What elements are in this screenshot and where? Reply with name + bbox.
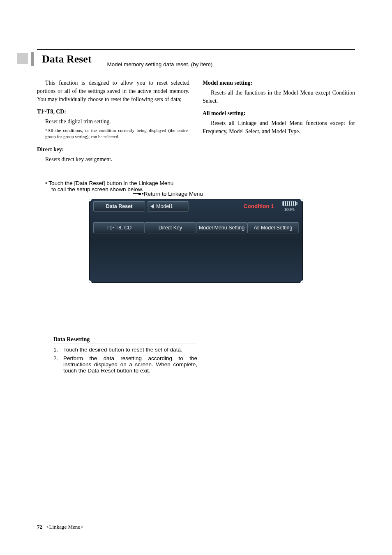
tab-direct-key[interactable]: Direct Key: [145, 222, 196, 234]
screen-mockup: Data Reset Model1 Condition 1 100% T1~T8…: [89, 199, 303, 283]
tab-t1t8-cd[interactable]: T1~T8, CD: [93, 222, 145, 234]
model-nav-button[interactable]: Model1: [148, 201, 189, 212]
title-row: Data Reset Model memory setting data res…: [37, 49, 355, 67]
callout-dot-icon: [138, 193, 141, 195]
page-root: Data Reset Model memory setting data res…: [0, 0, 392, 555]
data-resetting-list: 1. Touch the desired button to reset the…: [53, 347, 197, 374]
callout-text: •Return to Linkage Menu: [142, 191, 273, 197]
corner-notch: [300, 280, 303, 283]
list-item: 1. Touch the desired button to reset the…: [53, 347, 197, 353]
heading-model-menu-setting: Model menu setting:: [203, 79, 355, 87]
step-text: Touch the desired button to reset the se…: [63, 347, 197, 353]
left-column: This function is designed to allow you t…: [37, 79, 189, 165]
intro-paragraph: This function is designed to allow you t…: [37, 79, 189, 104]
right-column: Model menu setting: Resets all the funct…: [203, 79, 355, 165]
step-number: 1.: [53, 347, 61, 353]
heading-all-model-setting: All model setting:: [203, 109, 355, 118]
all-model-setting-text: Resets all Linkage and Model Menu functi…: [203, 119, 355, 136]
page-footer: 72 <Linkage Menu>: [37, 524, 83, 530]
battery-indicator: 100%: [282, 201, 296, 212]
data-reset-button[interactable]: Data Reset: [93, 201, 145, 212]
side-tab-decor: [17, 53, 28, 64]
heading-t1t8: T1~T8, CD:: [37, 108, 189, 116]
screenshot-area: •Return to Linkage Menu Data Reset Model…: [89, 199, 303, 283]
data-resetting-block: Data Resetting 1. Touch the desired butt…: [53, 336, 197, 374]
condition-label: Condition 1: [244, 203, 274, 209]
screen-tab-row: T1~T8, CD Direct Key Model Menu Setting …: [89, 214, 303, 234]
list-item: 2. Perform the data resetting according …: [53, 355, 197, 374]
tab-all-model-setting[interactable]: All Model Setting: [247, 222, 299, 234]
data-resetting-title: Data Resetting: [53, 336, 197, 344]
back-arrow-icon: [150, 204, 154, 208]
heading-direct-key: Direct key:: [37, 146, 189, 154]
instruction-line1: Touch the [Data Reset] button in the Lin…: [48, 180, 173, 186]
tab-model-menu-setting[interactable]: Model Menu Setting: [196, 222, 247, 234]
page-number: 72: [37, 524, 42, 530]
corner-notch: [89, 280, 92, 283]
title-block: Data Reset: [37, 52, 92, 66]
direct-key-text: Resets direct key assignment.: [37, 155, 189, 164]
step-text: Perform the data resetting according to …: [63, 355, 197, 374]
battery-percent: 100%: [284, 207, 295, 212]
body-columns: This function is designed to allow you t…: [37, 79, 355, 165]
t1t8-text: Reset the digital trim setting.: [37, 118, 189, 126]
fine-print: *All the conditions, or the condition cu…: [45, 127, 188, 140]
instruction-bullet: Touch the [Data Reset] button in the Lin…: [45, 180, 355, 186]
model-name-label: Model1: [156, 204, 173, 209]
page-title: Data Reset: [42, 53, 92, 65]
title-vertical-bar: [31, 52, 34, 66]
screen-header: Data Reset Model1 Condition 1 100%: [89, 199, 303, 214]
page-subtitle: Model memory setting data reset. (by ite…: [107, 57, 213, 67]
battery-icon: [282, 201, 296, 206]
model-menu-setting-text: Resets all the functions in the Model Me…: [203, 89, 355, 105]
step-number: 2.: [53, 355, 61, 374]
section-label: <Linkage Menu>: [46, 524, 83, 530]
